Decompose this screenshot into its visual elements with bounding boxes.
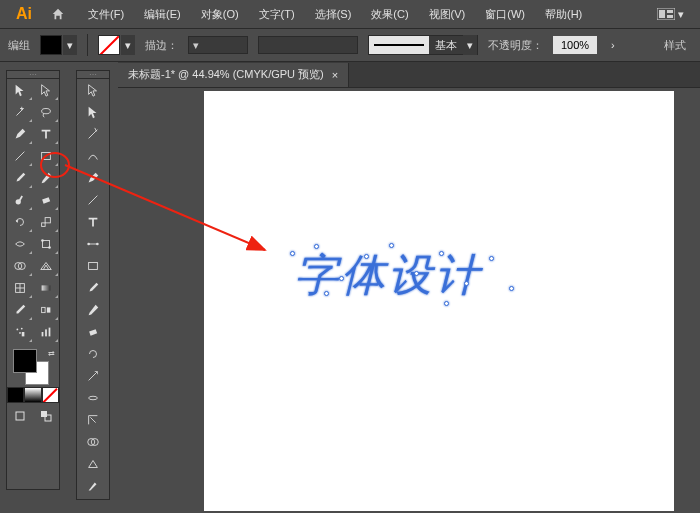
svg-point-14 [48, 246, 51, 249]
anchor-point[interactable] [324, 291, 329, 296]
symbol-sprayer-tool[interactable] [7, 321, 33, 343]
color-mode-none[interactable] [42, 387, 59, 403]
workspace-switcher[interactable]: ▾ [651, 6, 690, 23]
menu-window[interactable]: 窗口(W) [477, 3, 533, 26]
graphic-style-combo[interactable]: 基本 ▾ [368, 35, 478, 55]
canvas-viewport[interactable]: 字体设计 [118, 88, 700, 513]
anchor-point[interactable] [364, 254, 369, 259]
lasso-tool[interactable] [33, 101, 59, 123]
mesh-tool[interactable] [7, 277, 33, 299]
svg-rect-21 [42, 307, 46, 312]
opacity-label: 不透明度： [488, 38, 543, 53]
svg-point-13 [41, 239, 44, 242]
transform-alt[interactable] [77, 409, 109, 431]
eyedropper-tool[interactable] [7, 299, 33, 321]
scale-tool[interactable] [33, 211, 59, 233]
wand-alt[interactable] [77, 123, 109, 145]
home-icon[interactable] [48, 4, 68, 24]
opacity-input[interactable]: 100% [553, 36, 597, 54]
panel-grip[interactable] [7, 71, 59, 79]
eraser-tool[interactable] [33, 189, 59, 211]
color-mode-solid[interactable] [7, 387, 24, 403]
selected-text-object[interactable]: 字体设计 [294, 246, 482, 305]
close-tab-icon[interactable]: × [332, 69, 338, 81]
draw-normal-icon[interactable] [7, 407, 33, 425]
anchor-point[interactable] [489, 256, 494, 261]
anchor-point[interactable] [314, 244, 319, 249]
anchor-point[interactable] [509, 286, 514, 291]
rotate-tool[interactable] [7, 211, 33, 233]
menu-effect[interactable]: 效果(C) [363, 3, 416, 26]
blend-tool[interactable] [33, 299, 59, 321]
curvature-tool[interactable] [77, 145, 109, 167]
column-graph-tool[interactable] [33, 321, 59, 343]
width-alt[interactable] [77, 387, 109, 409]
menu-type[interactable]: 文字(T) [251, 3, 303, 26]
shape-builder-tool[interactable] [7, 255, 33, 277]
anchor-point[interactable] [464, 281, 469, 286]
artboard[interactable]: 字体设计 [204, 91, 674, 511]
paintbrush-tool[interactable] [7, 167, 33, 189]
panel-grip[interactable] [77, 71, 109, 79]
pen-tool[interactable] [7, 123, 33, 145]
direct-select-alt[interactable] [77, 101, 109, 123]
menu-edit[interactable]: 编辑(E) [136, 3, 189, 26]
pencil-alt[interactable] [77, 299, 109, 321]
type-tool[interactable] [33, 123, 59, 145]
anchor-point[interactable] [439, 251, 444, 256]
line-tool[interactable] [7, 145, 33, 167]
color-mode-gradient[interactable] [24, 387, 41, 403]
shape-builder-alt[interactable] [77, 431, 109, 453]
styles-tab[interactable]: 样式 [658, 34, 692, 57]
blob-brush-tool[interactable] [7, 189, 33, 211]
menu-view[interactable]: 视图(V) [421, 3, 474, 26]
fill-swatch-large[interactable] [13, 349, 37, 373]
draw-behind-icon[interactable] [33, 407, 59, 425]
menu-file[interactable]: 文件(F) [80, 3, 132, 26]
stroke-label: 描边： [145, 38, 178, 53]
line-alt[interactable] [77, 189, 109, 211]
swap-fill-stroke-icon[interactable]: ⇄ [48, 349, 55, 358]
scale-alt[interactable] [77, 365, 109, 387]
document-tab[interactable]: 未标题-1* @ 44.94% (CMYK/GPU 预览) × [118, 63, 349, 87]
type-tool-alt[interactable] [77, 211, 109, 233]
stroke-weight-combo[interactable]: ▾ [188, 36, 248, 54]
svg-rect-27 [42, 332, 44, 336]
anchor-point[interactable] [389, 243, 394, 248]
arrow-right-icon[interactable]: › [607, 39, 619, 51]
line-segment-alt[interactable] [77, 233, 109, 255]
menu-help[interactable]: 帮助(H) [537, 3, 590, 26]
slice-tool[interactable] [77, 475, 109, 497]
rectangle-tool[interactable] [33, 145, 59, 167]
anchor-point[interactable] [339, 276, 344, 281]
fill-stroke-swatches[interactable]: ⇄ [7, 347, 59, 387]
anchor-point[interactable] [414, 271, 419, 276]
perspective-alt[interactable] [77, 453, 109, 475]
rectangle-alt[interactable] [77, 255, 109, 277]
brush-combo[interactable] [258, 36, 358, 54]
anchor-point[interactable] [290, 251, 295, 256]
svg-rect-12 [43, 241, 50, 248]
gradient-tool[interactable] [33, 277, 59, 299]
brush-alt[interactable] [77, 277, 109, 299]
eraser-alt[interactable] [77, 321, 109, 343]
chevron-down-icon: ▾ [678, 8, 684, 21]
magic-wand-tool[interactable] [7, 101, 33, 123]
fill-color-control[interactable]: ▾ [40, 35, 77, 55]
anchor-point[interactable] [444, 301, 449, 306]
stroke-color-control[interactable]: ▾ [98, 35, 135, 55]
fill-swatch [40, 35, 62, 55]
menu-select[interactable]: 选择(S) [307, 3, 360, 26]
direct-selection-tool[interactable] [33, 79, 59, 101]
svg-rect-6 [42, 153, 51, 160]
selection-tool-alt[interactable] [77, 79, 109, 101]
selection-tool[interactable] [7, 79, 33, 101]
pencil-tool[interactable] [33, 167, 59, 189]
rotate-alt[interactable] [77, 343, 109, 365]
pen-alt[interactable] [77, 167, 109, 189]
free-transform-tool[interactable] [33, 233, 59, 255]
width-tool[interactable] [7, 233, 33, 255]
menu-object[interactable]: 对象(O) [193, 3, 247, 26]
perspective-grid-tool[interactable] [33, 255, 59, 277]
svg-rect-1 [659, 10, 665, 18]
